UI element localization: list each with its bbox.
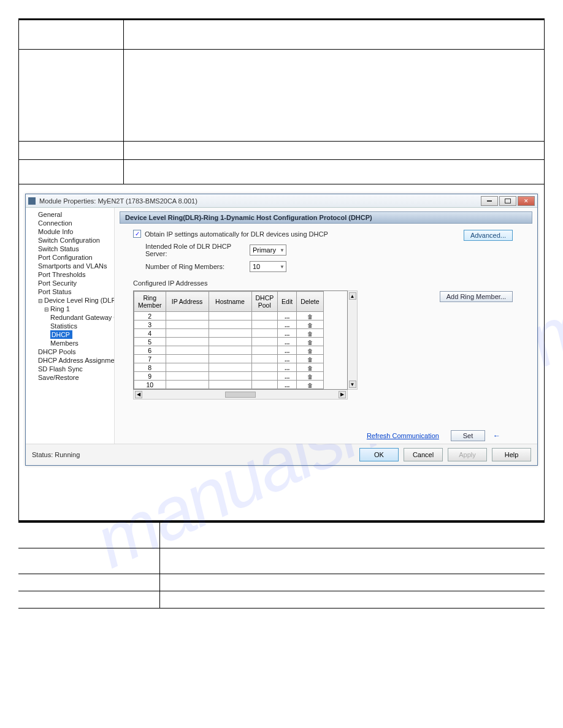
expander-icon[interactable]: ⊟ bbox=[38, 298, 43, 304]
empty-cell[interactable] bbox=[166, 338, 209, 346]
help-button[interactable]: Help bbox=[492, 448, 531, 461]
empty-cell[interactable] bbox=[251, 372, 278, 381]
empty-cell[interactable] bbox=[209, 381, 251, 389]
trash-icon[interactable] bbox=[307, 373, 313, 380]
empty-cell[interactable] bbox=[209, 355, 251, 363]
obtain-ip-checkbox[interactable]: ✓ bbox=[133, 230, 141, 238]
col-delete[interactable]: Delete bbox=[297, 292, 323, 312]
table-row[interactable]: 6 bbox=[134, 346, 324, 355]
advanced-button[interactable]: Advanced... bbox=[464, 230, 513, 241]
tree-node-dhcp[interactable]: DHCP bbox=[50, 330, 72, 339]
empty-cell[interactable] bbox=[209, 320, 251, 329]
trash-icon[interactable] bbox=[307, 321, 313, 328]
table-row[interactable]: 10 bbox=[134, 381, 324, 389]
empty-cell[interactable] bbox=[251, 355, 278, 363]
col-ring-member[interactable]: Ring Member bbox=[134, 292, 166, 312]
empty-cell[interactable] bbox=[251, 320, 278, 329]
empty-cell[interactable] bbox=[166, 381, 209, 389]
set-button[interactable]: Set bbox=[451, 430, 485, 441]
tree-node-save-restore[interactable]: Save/Restore bbox=[28, 373, 114, 382]
tree-node-statistics[interactable]: Statistics bbox=[28, 322, 114, 330]
tree-node-switch-configuration[interactable]: Switch Configuration bbox=[28, 236, 114, 245]
edit-icon[interactable] bbox=[285, 330, 289, 337]
tree-node-port-security[interactable]: Port Security bbox=[28, 279, 114, 287]
edit-icon[interactable] bbox=[285, 364, 289, 371]
table-row[interactable]: 2 bbox=[134, 312, 324, 320]
empty-cell[interactable] bbox=[209, 329, 251, 338]
empty-cell[interactable] bbox=[166, 346, 209, 355]
empty-cell[interactable] bbox=[251, 363, 278, 372]
empty-cell[interactable] bbox=[251, 312, 278, 320]
apply-button[interactable]: Apply bbox=[448, 448, 487, 461]
trash-icon[interactable] bbox=[307, 364, 313, 371]
tree-node-members[interactable]: Members bbox=[28, 339, 114, 347]
table-row[interactable]: 7 bbox=[134, 355, 324, 363]
tree-node-ring-1[interactable]: ⊟Ring 1 bbox=[28, 305, 114, 313]
tree-node-port-thresholds[interactable]: Port Thresholds bbox=[28, 270, 114, 279]
tree-node-dhcp-pools[interactable]: DHCP Pools bbox=[28, 347, 114, 356]
empty-cell[interactable] bbox=[166, 329, 209, 338]
col-edit[interactable]: Edit bbox=[278, 292, 297, 312]
close-button[interactable] bbox=[518, 196, 535, 206]
tree-node-device-level-ring-dlr-[interactable]: ⊟Device Level Ring (DLR) bbox=[28, 296, 114, 305]
tree-node-switch-status[interactable]: Switch Status bbox=[28, 245, 114, 253]
empty-cell[interactable] bbox=[251, 329, 278, 338]
table-row[interactable]: 5 bbox=[134, 338, 324, 346]
empty-cell[interactable] bbox=[209, 338, 251, 346]
add-ring-member-button[interactable]: Add Ring Member... bbox=[440, 291, 513, 302]
empty-cell[interactable] bbox=[251, 381, 278, 389]
trash-icon[interactable] bbox=[307, 313, 313, 320]
tree-node-sd-flash-sync[interactable]: SD Flash Sync bbox=[28, 365, 114, 373]
minimize-button[interactable] bbox=[481, 196, 498, 206]
refresh-communication-link[interactable]: Refresh Communication bbox=[367, 432, 439, 439]
edit-icon[interactable] bbox=[285, 321, 289, 328]
empty-cell[interactable] bbox=[209, 312, 251, 320]
cancel-button[interactable]: Cancel bbox=[404, 448, 443, 461]
empty-cell[interactable] bbox=[209, 346, 251, 355]
edit-icon[interactable] bbox=[285, 381, 289, 389]
edit-icon[interactable] bbox=[285, 313, 289, 320]
tree-node-dhcp-address-assignment[interactable]: DHCP Address Assignment bbox=[28, 356, 114, 365]
table-row[interactable]: 4 bbox=[134, 329, 324, 338]
empty-cell[interactable] bbox=[209, 363, 251, 372]
tree-node-smartports-and-vlans[interactable]: Smartports and VLANs bbox=[28, 262, 114, 270]
empty-cell[interactable] bbox=[166, 312, 209, 320]
ip-grid[interactable]: Ring MemberIP AddressHostnameDHCP PoolEd… bbox=[133, 290, 348, 390]
col-dhcp-pool[interactable]: DHCP Pool bbox=[251, 292, 278, 312]
empty-cell[interactable] bbox=[166, 355, 209, 363]
table-row[interactable]: 3 bbox=[134, 320, 324, 329]
trash-icon[interactable] bbox=[307, 347, 313, 354]
edit-icon[interactable] bbox=[285, 373, 289, 380]
table-row[interactable]: 9 bbox=[134, 372, 324, 381]
intended-role-combo[interactable]: Primary ▼ bbox=[250, 245, 286, 256]
empty-cell[interactable] bbox=[166, 372, 209, 381]
col-ip-address[interactable]: IP Address bbox=[166, 292, 209, 312]
nav-tree[interactable]: GeneralConnectionModule InfoSwitch Confi… bbox=[26, 208, 115, 444]
tree-node-port-status[interactable]: Port Status bbox=[28, 287, 114, 296]
tree-node-connection[interactable]: Connection bbox=[28, 219, 114, 227]
tree-node-port-configuration[interactable]: Port Configuration bbox=[28, 253, 114, 262]
tree-node-redundant-gateway-c[interactable]: Redundant Gateway C bbox=[28, 313, 114, 322]
tree-node-module-info[interactable]: Module Info bbox=[28, 227, 114, 236]
empty-cell[interactable] bbox=[166, 320, 209, 329]
trash-icon[interactable] bbox=[307, 338, 313, 346]
trash-icon[interactable] bbox=[307, 330, 313, 337]
num-members-combo[interactable]: 10 ▼ bbox=[250, 261, 286, 272]
empty-cell[interactable] bbox=[251, 346, 278, 355]
empty-cell[interactable] bbox=[166, 363, 209, 372]
edit-icon[interactable] bbox=[285, 355, 289, 363]
col-hostname[interactable]: Hostname bbox=[209, 292, 251, 312]
edit-icon[interactable] bbox=[285, 347, 289, 354]
trash-icon[interactable] bbox=[307, 355, 313, 363]
table-row[interactable]: 8 bbox=[134, 363, 324, 372]
empty-cell[interactable] bbox=[209, 372, 251, 381]
ok-button[interactable]: OK bbox=[359, 448, 399, 461]
maximize-button[interactable] bbox=[499, 196, 516, 206]
trash-icon[interactable] bbox=[307, 381, 313, 389]
grid-hscroll[interactable]: ◀▶ bbox=[133, 390, 348, 400]
grid-vscroll[interactable]: ▲▼ bbox=[348, 290, 358, 390]
empty-cell[interactable] bbox=[251, 338, 278, 346]
tree-node-general[interactable]: General bbox=[28, 210, 114, 219]
expander-icon[interactable]: ⊟ bbox=[44, 306, 49, 313]
edit-icon[interactable] bbox=[285, 338, 289, 346]
